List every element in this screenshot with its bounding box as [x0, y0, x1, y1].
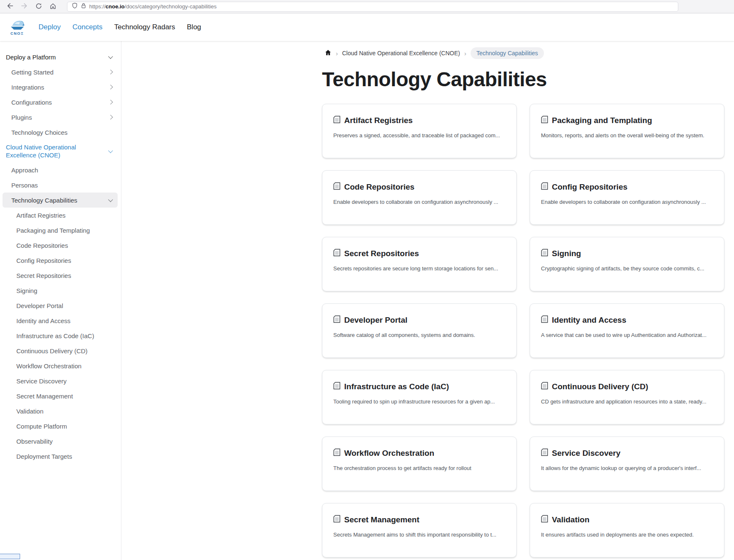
card-code-repositories[interactable]: Code Repositories Enable developers to c…	[322, 170, 517, 225]
forward-button[interactable]	[18, 1, 30, 12]
card-secret-repositories[interactable]: Secret Repositories Secrets repositories…	[322, 237, 517, 291]
chevron-right-icon	[108, 115, 113, 119]
sidebar-item-artifact-registries[interactable]: Artifact Registries	[0, 208, 118, 223]
sidebar-item-personas[interactable]: Personas	[0, 177, 118, 193]
sidebar-item-deploy-a-platform[interactable]: Deploy a Platform	[0, 49, 118, 64]
sidebar-item-continuous-delivery[interactable]: Continuous Delivery (CD)	[0, 343, 118, 358]
sidebar-item-secret-repositories[interactable]: Secret Repositories	[0, 268, 118, 283]
sidebar-item-infrastructure-as-code[interactable]: Infrastructure as Code (IaC)	[0, 328, 118, 343]
sidebar-item-developer-portal[interactable]: Developer Portal	[0, 298, 118, 313]
sidebar-item-identity-and-access[interactable]: Identity and Access	[0, 313, 118, 328]
document-icon	[541, 116, 548, 126]
document-icon	[333, 116, 340, 126]
card-config-repositories[interactable]: Config Repositories Enable developers to…	[530, 170, 724, 225]
card-workflow-orchestration[interactable]: Workflow Orchestration The orchestration…	[322, 437, 517, 491]
card-signing[interactable]: Signing Cryptographic signing of artifac…	[530, 237, 724, 291]
sidebar-item-approach[interactable]: Approach	[0, 162, 118, 177]
sidebar-item-label: Cloud Native Operational Excellence (CNO…	[6, 143, 92, 159]
card-title: Continuous Delivery (CD)	[552, 382, 648, 391]
chevron-down-icon	[108, 54, 113, 59]
url-path: /docs/category/technology-capabilities	[125, 3, 217, 10]
sidebar-item-technology-capabilities[interactable]: Technology Capabilities	[3, 193, 118, 208]
home-button[interactable]	[47, 1, 59, 12]
card-description: Monitors, reports, and alerts on the ove…	[541, 132, 713, 139]
sidebar-item-compute-platform[interactable]: Compute Platform	[0, 419, 118, 434]
sidebar-item-getting-started[interactable]: Getting Started	[0, 64, 118, 80]
card-title: Developer Portal	[344, 316, 407, 325]
card-packaging-and-templating[interactable]: Packaging and Templating Monitors, repor…	[530, 104, 724, 158]
card-title: Signing	[552, 249, 581, 258]
card-continuous-delivery[interactable]: Continuous Delivery (CD) CD gets infrast…	[530, 370, 724, 424]
status-tooltip	[0, 554, 20, 559]
card-description: Enable developers to collaborate on conf…	[541, 199, 713, 205]
card-description: It ensures artifacts used in deployments…	[541, 532, 713, 538]
cnoe-boat-icon	[9, 19, 26, 32]
card-title: Config Repositories	[552, 182, 628, 192]
card-artifact-registries[interactable]: Artifact Registries Preserves a signed, …	[322, 104, 517, 158]
site-navbar: CNOΞ Deploy Concepts Technology Radars B…	[0, 13, 734, 41]
document-icon	[541, 249, 548, 259]
sidebar-item-signing[interactable]: Signing	[0, 283, 118, 298]
breadcrumb-home-link[interactable]	[325, 49, 332, 58]
sidebar-item-deployment-targets[interactable]: Deployment Targets	[0, 449, 118, 464]
forward-arrow-icon	[21, 2, 28, 11]
card-validation[interactable]: Validation It ensures artifacts used in …	[530, 503, 724, 557]
card-description: Secrets Management aims to shift this im…	[333, 532, 505, 538]
document-icon	[333, 515, 340, 525]
card-description: The orchestration process to get artifac…	[333, 465, 505, 471]
nav-link-concepts[interactable]: Concepts	[72, 23, 103, 31]
sidebar-item-service-discovery[interactable]: Service Discovery	[0, 373, 118, 388]
sidebar-item-label: Technology Capabilities	[11, 196, 77, 204]
cnoe-logo-text: CNOΞ	[10, 31, 24, 36]
sidebar-item-label: Infrastructure as Code (IaC)	[16, 332, 94, 340]
sidebar-item-label: Developer Portal	[16, 302, 63, 310]
card-title: Secret Repositories	[344, 249, 419, 258]
sidebar-item-label: Identity and Access	[16, 317, 70, 325]
browser-toolbar: https://cnoe.io/docs/category/technology…	[0, 0, 734, 13]
card-title: Identity and Access	[552, 316, 626, 325]
card-description: Cryptographic signing of artifacts, be t…	[541, 265, 713, 272]
sidebar-item-validation[interactable]: Validation	[0, 403, 118, 419]
sidebar-item-label: Packaging and Templating	[16, 226, 90, 234]
url-bar[interactable]: https://cnoe.io/docs/category/technology…	[67, 2, 678, 12]
card-description: CD gets infrastructure and application r…	[541, 398, 713, 405]
lock-icon	[81, 3, 86, 10]
sidebar-item-code-repositories[interactable]: Code Repositories	[0, 238, 118, 253]
sidebar-item-workflow-orchestration[interactable]: Workflow Orchestration	[0, 358, 118, 373]
reload-icon	[35, 3, 42, 11]
back-arrow-icon	[6, 2, 14, 11]
nav-link-deploy[interactable]: Deploy	[39, 23, 61, 31]
sidebar-item-integrations[interactable]: Integrations	[0, 80, 118, 95]
document-icon	[333, 315, 340, 325]
sidebar-item-configurations[interactable]: Configurations	[0, 95, 118, 110]
card-title: Packaging and Templating	[552, 116, 652, 125]
card-developer-portal[interactable]: Developer Portal Software catalog of all…	[322, 303, 517, 358]
card-identity-and-access[interactable]: Identity and Access A service that can b…	[530, 303, 724, 358]
document-icon	[333, 249, 340, 259]
nav-link-blog[interactable]: Blog	[187, 23, 201, 31]
document-icon	[541, 515, 548, 525]
sidebar-item-observability[interactable]: Observability	[0, 434, 118, 449]
sidebar-item-label: Secret Management	[16, 392, 73, 400]
nav-link-technology-radars[interactable]: Technology Radars	[114, 23, 175, 31]
sidebar-item-secret-management[interactable]: Secret Management	[0, 388, 118, 403]
card-infrastructure-as-code[interactable]: Infrastructure as Code (IaC) Tooling req…	[322, 370, 517, 424]
breadcrumb-item-cnoe[interactable]: Cloud Native Operational Excellence (CNO…	[342, 50, 460, 57]
main-content: › Cloud Native Operational Excellence (C…	[121, 41, 734, 560]
card-service-discovery[interactable]: Service Discovery It allows for the dyna…	[530, 437, 724, 491]
document-icon	[333, 182, 340, 192]
sidebar-item-label: Compute Platform	[16, 422, 67, 430]
sidebar-item-config-repositories[interactable]: Config Repositories	[0, 253, 118, 268]
sidebar-item-cnoe[interactable]: Cloud Native Operational Excellence (CNO…	[0, 140, 118, 162]
sidebar-item-label: Configurations	[11, 98, 52, 106]
card-description: A service that can be used to wire up Au…	[541, 332, 713, 338]
back-button[interactable]	[4, 1, 16, 12]
sidebar-item-packaging-and-templating[interactable]: Packaging and Templating	[0, 223, 118, 238]
cnoe-logo[interactable]: CNOΞ	[8, 19, 27, 36]
sidebar-item-plugins[interactable]: Plugins	[0, 110, 118, 125]
card-secret-management[interactable]: Secret Management Secrets Management aim…	[322, 503, 517, 557]
sidebar-item-label: Approach	[11, 166, 38, 174]
sidebar-item-label: Code Repositories	[16, 241, 68, 249]
reload-button[interactable]	[33, 1, 44, 12]
sidebar-item-technology-choices[interactable]: Technology Choices	[0, 125, 118, 140]
